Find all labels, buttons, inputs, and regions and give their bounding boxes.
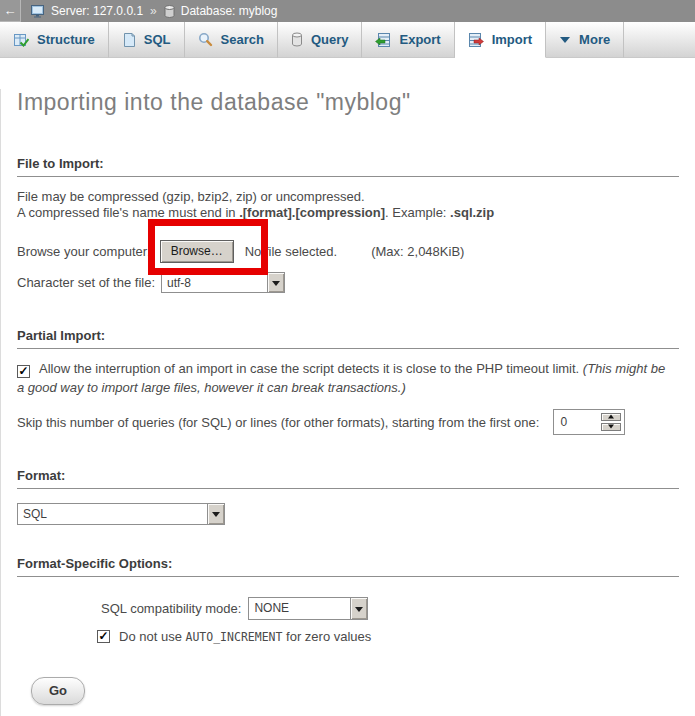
sql-compatibility-value: NONE xyxy=(249,598,350,619)
charset-label: Character set of the file: xyxy=(17,275,155,290)
tab-label: More xyxy=(579,32,610,47)
main-content: Importing into the database "myblog" Fil… xyxy=(0,89,695,716)
breadcrumb-bar: ← Server: 127.0.0.1 » Database: myblog xyxy=(0,0,695,22)
section-legend-format-specific-options: Format-Specific Options: xyxy=(17,556,679,577)
query-database-icon xyxy=(291,32,303,47)
back-arrow-icon: ← xyxy=(4,3,17,18)
tab-search[interactable]: Search xyxy=(185,22,278,58)
stepper-buttons xyxy=(598,410,624,434)
dropdown-arrow-icon xyxy=(350,598,367,619)
browse-label: Browse your computer: xyxy=(17,244,151,259)
dropdown-arrow-icon xyxy=(207,504,224,524)
database-icon xyxy=(164,5,175,18)
example-bold: .sql.zip xyxy=(450,205,494,220)
import-icon xyxy=(468,32,484,48)
charset-select[interactable]: utf-8 xyxy=(161,272,285,293)
help-line2-prefix: A compressed file's name must end in xyxy=(17,205,239,220)
allow-interruption-checkbox[interactable]: ✓ xyxy=(17,365,30,378)
allow-interruption-option: ✓Allow the interruption of an import in … xyxy=(17,359,679,397)
export-icon xyxy=(375,32,391,48)
skip-queries-label: Skip this number of queries (for SQL) or… xyxy=(17,415,539,430)
browse-button[interactable]: Browse… xyxy=(160,240,234,263)
tab-import[interactable]: Import xyxy=(455,22,546,58)
charset-selected-value: utf-8 xyxy=(162,273,267,292)
chevron-down-icon xyxy=(559,36,571,44)
auto-increment-text: Do not use AUTO_INCREMENT for zero value… xyxy=(119,629,371,644)
auto-increment-checkbox[interactable]: ✓ xyxy=(97,630,110,643)
sql-page-icon xyxy=(122,32,136,48)
tab-label: SQL xyxy=(144,32,171,47)
stepper-down-button[interactable] xyxy=(601,423,621,431)
tabbar-filler xyxy=(624,22,695,58)
tab-label: Query xyxy=(311,32,349,47)
format-selected-value: SQL xyxy=(18,504,207,524)
auto-increment-option: ✓Do not use AUTO_INCREMENT for zero valu… xyxy=(17,629,679,644)
sql-compatibility-label: SQL compatibility mode: xyxy=(101,601,241,616)
back-button[interactable]: ← xyxy=(0,0,21,22)
stepper-up-button[interactable] xyxy=(601,413,621,421)
search-icon xyxy=(198,32,213,47)
no-file-selected-text: No file selected. xyxy=(245,244,338,259)
help-line1: File may be compressed (gzip, bzip2, zip… xyxy=(17,189,365,204)
tab-structure[interactable]: Structure xyxy=(0,22,109,58)
skip-queries-row: Skip this number of queries (for SQL) or… xyxy=(17,409,679,435)
charset-row: Character set of the file: utf-8 xyxy=(17,272,679,293)
tab-label: Structure xyxy=(37,32,95,47)
tab-query[interactable]: Query xyxy=(278,22,363,58)
section-legend-format: Format: xyxy=(17,468,679,489)
section-legend-file-to-import: File to Import: xyxy=(17,156,679,177)
help-line2-mid: . Example: xyxy=(385,205,450,220)
browse-row: Browse your computer: Browse… No file se… xyxy=(17,240,679,263)
tab-label: Search xyxy=(221,32,264,47)
breadcrumb-database[interactable]: Database: myblog xyxy=(181,4,278,18)
go-button[interactable]: Go xyxy=(31,677,85,705)
section-legend-partial-import: Partial Import: xyxy=(17,328,679,349)
max-size-note: (Max: 2,048KiB) xyxy=(371,244,464,259)
tab-sql[interactable]: SQL xyxy=(109,22,185,58)
tab-label: Import xyxy=(492,32,532,47)
tab-bar: Structure SQL Search Query Export xyxy=(0,22,695,58)
auto-increment-code: AUTO_INCREMENT xyxy=(186,630,283,644)
page-title: Importing into the database "myblog" xyxy=(17,89,679,116)
dropdown-arrow-icon xyxy=(267,273,284,292)
allow-interruption-text: Allow the interruption of an import in c… xyxy=(39,361,583,376)
sql-compatibility-row: SQL compatibility mode: NONE xyxy=(17,597,679,620)
sql-compatibility-select[interactable]: NONE xyxy=(248,597,368,620)
format-compression-bold: .[format].[compression] xyxy=(239,205,385,220)
breadcrumb-server[interactable]: Server: 127.0.0.1 xyxy=(51,4,143,18)
compression-help-text: File may be compressed (gzip, bzip2, zip… xyxy=(17,189,679,221)
tab-more[interactable]: More xyxy=(546,22,624,58)
format-select[interactable]: SQL xyxy=(17,503,225,525)
tab-export[interactable]: Export xyxy=(362,22,454,58)
breadcrumb-separator: » xyxy=(149,4,158,18)
skip-queries-value: 0 xyxy=(554,410,598,434)
phpmyadmin-import-page: ← Server: 127.0.0.1 » Database: myblog S… xyxy=(0,0,695,716)
tab-label: Export xyxy=(399,32,440,47)
structure-icon xyxy=(13,32,29,48)
server-icon xyxy=(31,5,45,18)
skip-queries-stepper[interactable]: 0 xyxy=(553,409,625,435)
